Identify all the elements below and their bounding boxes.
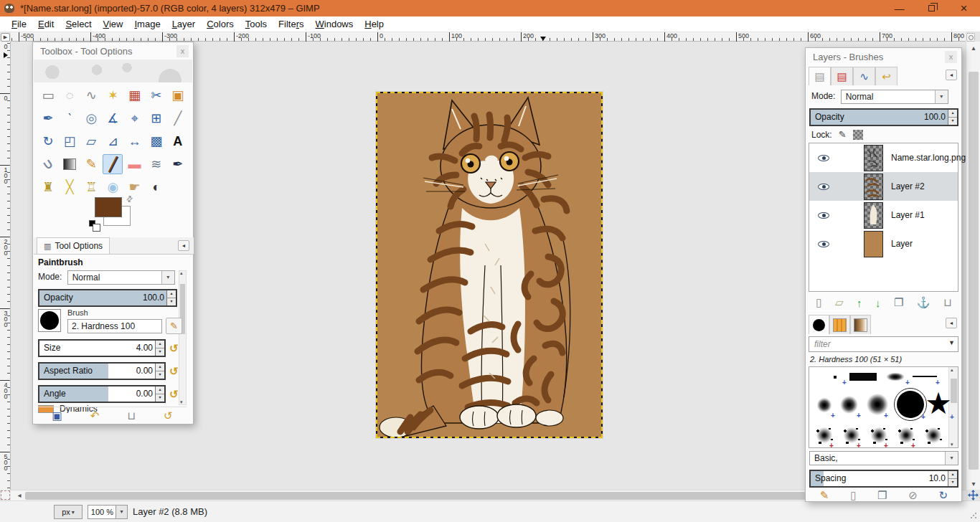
- layer-thumbnail[interactable]: [864, 174, 883, 200]
- tool-perspective[interactable]: ⊿: [103, 131, 123, 151]
- menu-filters[interactable]: Filters: [273, 17, 309, 31]
- brushes-collapse-button[interactable]: ◂: [946, 318, 957, 328]
- tool-shear[interactable]: ▱: [81, 131, 101, 151]
- tool-scale[interactable]: ◰: [60, 131, 80, 151]
- layer-visibility-eye-icon[interactable]: [818, 241, 829, 247]
- resize-grip[interactable]: [970, 512, 977, 519]
- tool-paintbrush[interactable]: ╱: [103, 154, 123, 174]
- tool-ink[interactable]: ✒: [168, 154, 188, 174]
- foreground-color-swatch[interactable]: [95, 197, 122, 217]
- paths-tab[interactable]: ∿: [853, 67, 875, 85]
- tool-cage-transform[interactable]: ▩: [146, 131, 166, 151]
- toolbox-collapse-button[interactable]: ◂: [178, 240, 189, 251]
- layers-collapse-button[interactable]: ◂: [946, 70, 957, 80]
- opacity-spinner[interactable]: ▴▾: [166, 290, 176, 305]
- tool-foreground-select[interactable]: ▣: [168, 85, 188, 105]
- reset-tool-options-button[interactable]: ↺: [164, 409, 173, 422]
- tool-fuzzy-select[interactable]: ✶: [103, 85, 123, 105]
- close-button[interactable]: ×: [948, 0, 980, 16]
- tool-rotate[interactable]: ↻: [38, 131, 58, 151]
- layer-visibility-eye-icon[interactable]: [818, 184, 829, 190]
- layer-row-layer[interactable]: Layer: [809, 229, 958, 258]
- delete-brush-button[interactable]: ⊘: [908, 489, 918, 502]
- aspect-ratio-slider[interactable]: Aspect Ratio0.00▴▾: [38, 362, 166, 380]
- tool-ellipse-select[interactable]: ◌: [60, 85, 80, 105]
- layer-opacity-spinner[interactable]: ▴▾: [948, 110, 957, 125]
- tool-options-tab[interactable]: ▥ Tool Options: [37, 237, 110, 254]
- canvas-boundary[interactable]: [376, 92, 603, 438]
- menu-tools[interactable]: Tools: [240, 17, 273, 31]
- angle-spinner[interactable]: ▴▾: [155, 386, 164, 402]
- gradients-tab[interactable]: [850, 315, 871, 334]
- layer-visibility-eye-icon[interactable]: [818, 212, 829, 219]
- brush-thin-line[interactable]: [913, 376, 937, 377]
- layer-thumbnail[interactable]: [864, 145, 883, 171]
- tool-text[interactable]: A: [168, 131, 188, 151]
- menu-select[interactable]: Select: [60, 17, 97, 31]
- menu-layer[interactable]: Layer: [166, 17, 202, 31]
- minimize-button[interactable]: —: [883, 0, 915, 16]
- layer-mode-select[interactable]: Normal▾: [841, 90, 948, 104]
- duplicate-brush-button[interactable]: ❐: [877, 489, 887, 502]
- size-slider[interactable]: Size4.00▴▾: [38, 339, 166, 357]
- brush-star[interactable]: ★: [924, 387, 953, 420]
- zoom-select[interactable]: 100 % ▾: [88, 505, 128, 519]
- layer-thumbnail[interactable]: [864, 202, 883, 229]
- layers-titlebar[interactable]: Layers - Brushes x: [806, 48, 961, 65]
- tool-heal[interactable]: ╳: [60, 177, 80, 197]
- menu-file[interactable]: File: [6, 17, 32, 31]
- vertical-scrollbar[interactable]: ▴ ▾: [966, 42, 980, 490]
- scroll-up-arrow[interactable]: ▴: [966, 44, 980, 52]
- vertical-ruler[interactable]: 00100200300400500: [0, 42, 11, 490]
- new-layer-group-button[interactable]: ▱: [835, 296, 844, 309]
- brush-block[interactable]: [849, 373, 877, 381]
- tool-zoom[interactable]: ◎: [81, 108, 101, 128]
- tool-measure[interactable]: ∡: [103, 108, 123, 128]
- restore-button[interactable]: [915, 0, 948, 16]
- layer-thumbnail[interactable]: [864, 231, 883, 257]
- quick-mask-toggle[interactable]: [1, 490, 10, 500]
- brush-name-entry[interactable]: 2. Hardness 100: [67, 319, 162, 333]
- unit-select[interactable]: px▾: [54, 505, 83, 519]
- tool-color-picker[interactable]: ‵: [60, 108, 80, 128]
- toolbox-titlebar[interactable]: Toolbox - Tool Options x: [33, 42, 193, 60]
- patterns-tab[interactable]: [829, 315, 850, 334]
- layers-close-button[interactable]: x: [945, 51, 957, 63]
- layers-tab[interactable]: ▤: [809, 67, 831, 85]
- tool-blur-sharpen[interactable]: ◉: [103, 177, 123, 197]
- canvas-menu-button[interactable]: ▶: [1, 33, 10, 42]
- scroll-left-arrow[interactable]: ◂: [12, 491, 27, 499]
- delete-layer-button[interactable]: ⊔: [943, 296, 952, 309]
- layer-row-layer-2[interactable]: Layer #2: [809, 172, 958, 201]
- tool-rectangle-select[interactable]: ▭: [38, 85, 58, 105]
- zoom-dropdown-arrow[interactable]: ▾: [116, 506, 127, 518]
- tool-bucket-fill[interactable]: ∪: [38, 154, 58, 174]
- new-brush-button[interactable]: ▯: [850, 489, 856, 502]
- brush-tiny-dot[interactable]: [834, 376, 837, 379]
- menu-view[interactable]: View: [98, 17, 129, 31]
- menu-colors[interactable]: Colors: [201, 17, 240, 31]
- tool-move[interactable]: ⌖: [125, 108, 145, 128]
- save-tool-preset-button[interactable]: ▣: [52, 409, 62, 422]
- brush-soft-ellipse[interactable]: [884, 371, 907, 382]
- tool-clone[interactable]: ♜: [38, 177, 58, 197]
- opacity-slider[interactable]: Opacity 100.0 ▴▾: [38, 289, 177, 307]
- tool-free-select[interactable]: ∿: [81, 85, 101, 105]
- restore-tool-preset-button[interactable]: ↶: [90, 409, 100, 422]
- paint-mode-select[interactable]: Normal▾: [67, 270, 175, 285]
- reset-aspect-ratio-button[interactable]: ↺: [169, 365, 179, 378]
- brush-filter-input[interactable]: filter ▼: [809, 336, 958, 352]
- tool-perspective-clone[interactable]: ♖: [81, 177, 101, 197]
- tool-flip[interactable]: ↔: [125, 131, 145, 151]
- zoom-follow-window-toggle[interactable]: [966, 33, 975, 42]
- reset-angle-button[interactable]: ↺: [169, 388, 179, 401]
- edit-brush-button[interactable]: ✎: [166, 318, 182, 334]
- layer-opacity-slider[interactable]: Opacity 100.0 ▴▾: [809, 108, 958, 126]
- spacing-spinner[interactable]: ▴▾: [948, 471, 957, 486]
- menu-help[interactable]: Help: [359, 17, 390, 31]
- size-spinner[interactable]: ▴▾: [155, 341, 164, 356]
- menu-edit[interactable]: Edit: [32, 17, 60, 31]
- tool-airbrush[interactable]: ≋: [146, 154, 166, 174]
- spacing-slider[interactable]: Spacing 10.0 ▴▾: [809, 470, 958, 488]
- lower-layer-button[interactable]: ↓: [875, 297, 881, 309]
